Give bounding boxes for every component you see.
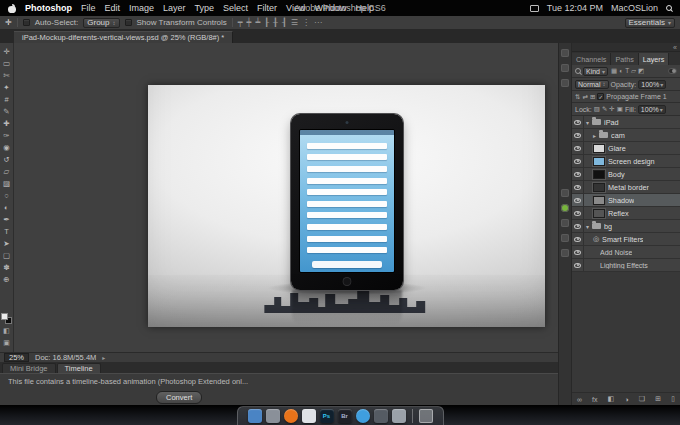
- apple-menu-icon[interactable]: [8, 4, 16, 13]
- layer-row-add-noise[interactable]: Add Noise: [572, 246, 680, 259]
- panel-icon-6[interactable]: [561, 234, 569, 242]
- layer-row-screen-design[interactable]: Screen design: [572, 155, 680, 168]
- layer-row-smart-filters[interactable]: ◎Smart Filters: [572, 233, 680, 246]
- gradient-tool[interactable]: ▨: [1, 178, 13, 189]
- document-size-info[interactable]: Doc: 16.8M/55.4M: [35, 353, 96, 362]
- healing-brush-tool[interactable]: ✚: [1, 118, 13, 129]
- dock-trash[interactable]: [419, 409, 433, 423]
- layer-row-cam[interactable]: ▸cam: [572, 129, 680, 142]
- type-tool[interactable]: T: [1, 226, 13, 237]
- layer-row-ipad[interactable]: ▾iPad: [572, 116, 680, 129]
- menubar-clock[interactable]: Tue 12:04 PM: [547, 3, 603, 13]
- dock-photoshop[interactable]: Ps: [320, 409, 334, 423]
- dock-preview[interactable]: [302, 409, 316, 423]
- quick-mask-button[interactable]: ◧: [1, 326, 13, 336]
- link-layers-icon[interactable]: ∞: [577, 396, 582, 403]
- align-icon-5[interactable]: ╂: [273, 18, 278, 27]
- propagate-checkbox[interactable]: ✓: [597, 93, 604, 100]
- lock-transparency-icon[interactable]: ▨: [594, 105, 600, 113]
- filter-shape-layers-icon[interactable]: ▱: [631, 67, 636, 75]
- quick-selection-tool[interactable]: ✦: [1, 82, 13, 93]
- pen-tool[interactable]: ✒: [1, 214, 13, 225]
- adjustment-icon[interactable]: ◑: [624, 396, 628, 403]
- disclosure-triangle[interactable]: ▸: [593, 132, 596, 139]
- layer-row-glare[interactable]: Glare: [572, 142, 680, 155]
- visibility-toggle[interactable]: [572, 116, 584, 128]
- add-mask-icon[interactable]: ◧: [608, 395, 615, 403]
- convert-button[interactable]: Convert: [156, 391, 202, 404]
- align-icon-2[interactable]: ┿: [247, 18, 252, 27]
- history-brush-tool[interactable]: ↺: [1, 154, 13, 165]
- app-menu[interactable]: Photoshop: [25, 3, 72, 13]
- auto-select-dropdown[interactable]: Group↕: [83, 18, 119, 28]
- tab-timeline[interactable]: Timeline: [57, 363, 101, 373]
- foreground-color-swatch[interactable]: [1, 313, 8, 320]
- disclosure-triangle[interactable]: ▾: [586, 119, 589, 126]
- tab-mini-bridge[interactable]: Mini Bridge: [2, 363, 56, 373]
- dock-system-preferences[interactable]: [392, 409, 406, 423]
- align-icon-6[interactable]: ┨: [282, 18, 287, 27]
- unify-position-icon[interactable]: ⇅: [575, 93, 580, 101]
- zoom-level-input[interactable]: 25%: [4, 353, 29, 362]
- color-swatches[interactable]: [1, 313, 12, 324]
- rectangular-marquee-tool[interactable]: ▭: [1, 58, 13, 69]
- zoom-tool[interactable]: ⊕: [1, 274, 13, 285]
- align-icon-8[interactable]: ⋮: [302, 18, 310, 27]
- menu-file[interactable]: File: [81, 3, 96, 13]
- brush-tool[interactable]: ✑: [1, 130, 13, 141]
- new-layer-icon[interactable]: ⊞: [655, 395, 661, 403]
- dock-finder[interactable]: [248, 409, 262, 423]
- screen-mode-button[interactable]: ▣: [1, 338, 13, 348]
- unify-style-icon[interactable]: ⊞: [590, 93, 595, 101]
- auto-select-checkbox[interactable]: [23, 19, 30, 26]
- panel-icon-2[interactable]: [561, 64, 569, 72]
- dock-firefox[interactable]: [284, 409, 298, 423]
- align-icon-3[interactable]: ┷: [255, 18, 260, 27]
- dodge-tool[interactable]: ◐: [1, 202, 13, 213]
- dock-dashboard[interactable]: [266, 409, 280, 423]
- visibility-toggle[interactable]: [572, 207, 584, 219]
- dock-appstore[interactable]: [356, 409, 370, 423]
- tab-channels[interactable]: Channels: [572, 53, 611, 65]
- blend-mode-dropdown[interactable]: Normal↕: [575, 80, 609, 89]
- visibility-toggle[interactable]: [572, 220, 584, 232]
- collapse-panels-icon[interactable]: «: [673, 44, 677, 51]
- layer-row-shadow[interactable]: Shadow: [572, 194, 680, 207]
- visibility-toggle[interactable]: [572, 194, 584, 206]
- filter-kind-dropdown[interactable]: Kind▾: [583, 67, 608, 76]
- visibility-toggle[interactable]: [572, 233, 584, 245]
- menu-image[interactable]: Image: [129, 3, 154, 13]
- tab-paths[interactable]: Paths: [611, 53, 638, 65]
- menu-edit[interactable]: Edit: [105, 3, 121, 13]
- align-icon-1[interactable]: ┯: [238, 18, 243, 27]
- visibility-toggle[interactable]: [572, 181, 584, 193]
- panel-icon-record[interactable]: [561, 204, 569, 212]
- new-group-icon[interactable]: ❏: [639, 395, 645, 403]
- lock-position-icon[interactable]: ✛: [609, 105, 614, 113]
- layer-row-lighting-effects[interactable]: Lighting Effects: [572, 259, 680, 272]
- path-selection-tool[interactable]: ➤: [1, 238, 13, 249]
- filter-pixel-layers-icon[interactable]: ▦: [611, 67, 617, 75]
- eraser-tool[interactable]: ▱: [1, 166, 13, 177]
- display-icon[interactable]: [530, 5, 539, 12]
- menu-type[interactable]: Type: [195, 3, 215, 13]
- document-tab[interactable]: iPad-Mockup-diferents-vertical-views.psd…: [14, 31, 233, 43]
- panel-icon-5[interactable]: [561, 219, 569, 227]
- hand-tool[interactable]: ✽: [1, 262, 13, 273]
- panel-icon-3[interactable]: [561, 79, 569, 87]
- visibility-toggle[interactable]: [572, 246, 584, 258]
- move-tool[interactable]: ✛: [1, 46, 13, 57]
- menubar-user[interactable]: MacOSLion: [611, 3, 658, 13]
- tab-layers[interactable]: Layers: [639, 53, 670, 65]
- workspace-switcher[interactable]: Essentials▾: [625, 18, 675, 28]
- visibility-toggle[interactable]: [572, 155, 584, 167]
- show-transform-checkbox[interactable]: [125, 19, 132, 26]
- spotlight-icon[interactable]: [666, 5, 672, 11]
- visibility-toggle[interactable]: [572, 259, 584, 271]
- layer-row-reflex[interactable]: Reflex: [572, 207, 680, 220]
- panel-icon-7[interactable]: [561, 249, 569, 257]
- disclosure-triangle[interactable]: ▾: [586, 223, 589, 230]
- align-icon-9[interactable]: ⋯: [314, 18, 322, 27]
- clone-stamp-tool[interactable]: ◉: [1, 142, 13, 153]
- filter-smart-objects-icon[interactable]: ◩: [638, 67, 644, 75]
